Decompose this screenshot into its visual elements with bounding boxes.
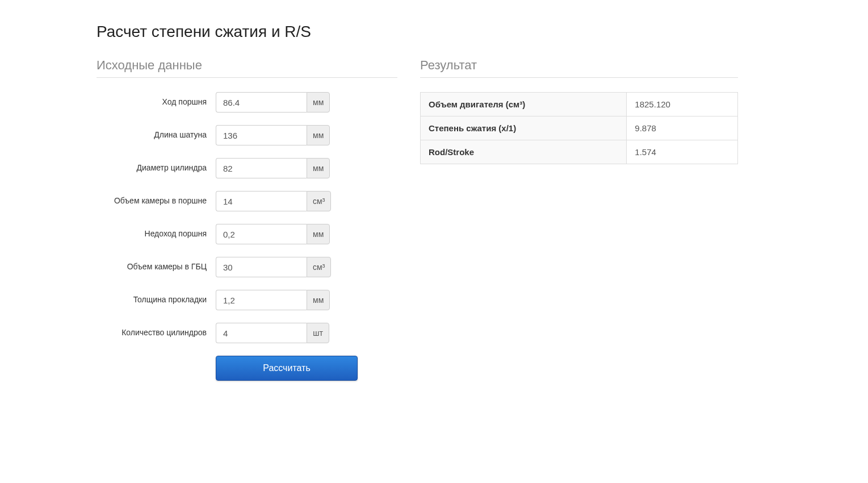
input-stroke[interactable] bbox=[216, 92, 307, 113]
label-rod-length: Длина шатуна bbox=[97, 125, 216, 141]
result-section-title: Результат bbox=[420, 58, 738, 78]
result-row-compression: Степень сжатия (x/1) 9.878 bbox=[421, 116, 738, 140]
unit-cylinders: шт bbox=[307, 323, 329, 343]
result-row-displacement: Объем двигателя (см³) 1825.120 bbox=[421, 93, 738, 116]
unit-head-chamber: см³ bbox=[307, 257, 331, 277]
row-stroke: Ход поршня мм bbox=[97, 92, 397, 113]
input-gasket-thickness[interactable] bbox=[216, 290, 307, 310]
row-rod-length: Длина шатуна мм bbox=[97, 125, 397, 145]
row-piston-underrun: Недоход поршня мм bbox=[97, 224, 397, 244]
result-value-compression: 9.878 bbox=[627, 116, 738, 140]
result-value-displacement: 1825.120 bbox=[627, 93, 738, 116]
input-cylinders[interactable] bbox=[216, 323, 307, 343]
input-column: Исходные данные Ход поршня мм Длина шату… bbox=[97, 58, 397, 381]
label-head-chamber: Объем камеры в ГБЦ bbox=[97, 257, 216, 273]
input-bore[interactable] bbox=[216, 158, 307, 178]
calculate-button[interactable]: Рассчитать bbox=[216, 356, 358, 381]
result-label-rod-stroke: Rod/Stroke bbox=[421, 140, 627, 164]
input-piston-chamber[interactable] bbox=[216, 191, 307, 211]
label-piston-underrun: Недоход поршня bbox=[97, 224, 216, 240]
label-piston-chamber: Объем камеры в поршне bbox=[97, 191, 216, 207]
result-row-rod-stroke: Rod/Stroke 1.574 bbox=[421, 140, 738, 164]
unit-gasket-thickness: мм bbox=[307, 290, 330, 310]
unit-bore: мм bbox=[307, 158, 330, 178]
label-gasket-thickness: Толщина прокладки bbox=[97, 290, 216, 306]
main-container: Исходные данные Ход поршня мм Длина шату… bbox=[97, 58, 771, 381]
unit-piston-chamber: см³ bbox=[307, 191, 331, 211]
label-stroke: Ход поршня bbox=[97, 92, 216, 108]
result-value-rod-stroke: 1.574 bbox=[627, 140, 738, 164]
result-table: Объем двигателя (см³) 1825.120 Степень с… bbox=[420, 92, 738, 164]
row-bore: Диаметр цилиндра мм bbox=[97, 158, 397, 178]
unit-rod-length: мм bbox=[307, 125, 330, 145]
result-label-displacement: Объем двигателя (см³) bbox=[421, 93, 627, 116]
row-head-chamber: Объем камеры в ГБЦ см³ bbox=[97, 257, 397, 277]
input-rod-length[interactable] bbox=[216, 125, 307, 145]
label-bore: Диаметр цилиндра bbox=[97, 158, 216, 174]
unit-piston-underrun: мм bbox=[307, 224, 330, 244]
input-head-chamber[interactable] bbox=[216, 257, 307, 277]
input-piston-underrun[interactable] bbox=[216, 224, 307, 244]
page-title: Расчет степени сжатия и R/S bbox=[97, 23, 771, 41]
button-row: Рассчитать bbox=[97, 356, 397, 381]
row-cylinders: Количество цилиндров шт bbox=[97, 323, 397, 343]
result-label-compression: Степень сжатия (x/1) bbox=[421, 116, 627, 140]
input-section-title: Исходные данные bbox=[97, 58, 397, 78]
row-piston-chamber: Объем камеры в поршне см³ bbox=[97, 191, 397, 211]
unit-stroke: мм bbox=[307, 92, 330, 113]
result-column: Результат Объем двигателя (см³) 1825.120… bbox=[420, 58, 738, 381]
row-gasket-thickness: Толщина прокладки мм bbox=[97, 290, 397, 310]
label-cylinders: Количество цилиндров bbox=[97, 323, 216, 339]
